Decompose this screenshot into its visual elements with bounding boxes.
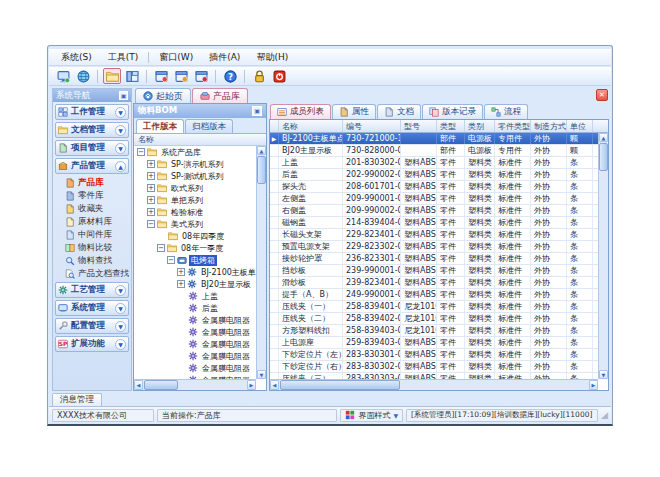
sidebar-item-产品库[interactable]: 产品库 — [55, 176, 129, 189]
tree-node-系统产品库[interactable]: −系统产品库 — [135, 146, 256, 158]
tree-node-后盖[interactable]: 后盖 — [135, 302, 256, 314]
sidebar-group-项目管理[interactable]: 项目管理▼ — [55, 140, 129, 156]
table-row[interactable]: 右侧盖209-990002-01X塑料ABS零件塑料类标准件外协条 — [270, 205, 598, 217]
menu-item-3[interactable]: 窗口(W) — [151, 49, 201, 66]
table-row[interactable]: 方形塑料线扣258-839403-00X尼龙1010零件塑料类标准件外协条 — [270, 325, 598, 337]
ui-style-button[interactable]: 界面样式 ▼ — [340, 409, 403, 422]
table-row[interactable]: 下纱定位片（左）283-830301-00X塑料ABS零件塑料类标准件外协条 — [270, 349, 598, 361]
table-row[interactable]: 压线夹（一）258-839401-00X尼龙1010零件塑料类标准件外协条 — [270, 301, 598, 313]
panel-tab-文档[interactable]: 文档 — [377, 104, 421, 119]
table-row[interactable]: 后盖202-990002-01X塑料ABS零件塑料类标准件外协条 — [270, 169, 598, 181]
collapse-icon[interactable]: − — [157, 244, 165, 252]
bom-panel-menu-button[interactable]: ▣ — [252, 106, 262, 116]
table-row[interactable]: ▶BJ-2100主板单点730-721000-12X部件电源板专用件外协颗 — [270, 133, 598, 145]
tree-node-电烤箱[interactable]: −电烤箱 — [135, 254, 256, 266]
table-row[interactable]: 压线夹（二）258-839402-00X尼龙1010零件塑料类标准件外协条 — [270, 313, 598, 325]
tree-node-金属膜电阻器[interactable]: 金属膜电阻器 — [135, 350, 256, 362]
system-monitor-button[interactable] — [54, 68, 72, 84]
table-horizontal-scrollbar[interactable]: ◀ ▶ — [270, 379, 598, 390]
folder-open-button[interactable] — [103, 68, 121, 84]
tree-node-08年一季度[interactable]: −08年一季度 — [135, 242, 256, 254]
collapse-icon[interactable]: − — [147, 220, 155, 228]
scroll-down-button[interactable]: ▼ — [599, 370, 608, 379]
lock-button[interactable] — [250, 68, 268, 84]
column-header-编号[interactable]: 编号 — [343, 120, 401, 132]
sidebar-item-物料比较[interactable]: 物料比较 — [55, 241, 129, 254]
scroll-thumb[interactable] — [257, 156, 266, 184]
table-row[interactable]: 预置电源支架229-823302-00X塑料ABS零件塑料类标准件外协条 — [270, 241, 598, 253]
menu-item-2[interactable]: 工具(T) — [100, 49, 147, 66]
tree-node-金属膜电阻器[interactable]: 金属膜电阻器 — [135, 362, 256, 374]
expand-icon[interactable]: + — [147, 196, 155, 204]
chevron-up-icon[interactable]: ▲ — [115, 161, 126, 172]
doc-tab-产品库[interactable]: 产品库 — [192, 88, 248, 103]
tree-node-金属膜电阻器[interactable]: 金属膜电阻器 — [135, 326, 256, 338]
scroll-thumb[interactable] — [599, 143, 608, 171]
table-row[interactable]: BJ20主显示板730-828000-04X部件电源板专用件外协颗 — [270, 145, 598, 157]
table-row[interactable]: 提手（A、B）249-990001-01X塑料ABS零件塑料类标准件外协条 — [270, 289, 598, 301]
layout-button[interactable] — [123, 68, 141, 84]
tree-node-08年四季度[interactable]: 08年四季度 — [135, 230, 256, 242]
window-new-button[interactable] — [152, 68, 170, 84]
menu-item-5[interactable]: 帮助(H) — [248, 49, 296, 66]
table-row[interactable]: 左侧盖209-990001-01X塑料ABS零件塑料类标准件外协条 — [270, 193, 598, 205]
expand-icon[interactable]: + — [147, 208, 155, 216]
sidebar-item-原材料库[interactable]: 原材料库 — [55, 215, 129, 228]
column-header-类型[interactable]: 类型 — [437, 120, 465, 132]
sidebar-item-产品文档查找[interactable]: 产品文档查找 — [55, 267, 129, 280]
message-management-tab[interactable]: 消息管理 — [52, 393, 102, 406]
tree-node-单把系列[interactable]: +单把系列 — [135, 194, 256, 206]
panel-tab-属性[interactable]: 属性 — [332, 104, 376, 119]
chevron-down-icon[interactable]: ▼ — [115, 339, 126, 350]
expand-icon[interactable]: + — [147, 184, 155, 192]
sidebar-item-物料查找[interactable]: 物料查找 — [55, 254, 129, 267]
expand-icon[interactable]: + — [147, 160, 155, 168]
scroll-left-button[interactable]: ◀ — [270, 380, 279, 390]
column-header-单位[interactable]: 单位 — [567, 120, 593, 132]
scroll-down-button[interactable]: ▼ — [257, 370, 266, 379]
table-row[interactable]: 探头壳208-601701-01X塑料ABS零件塑料类标准件外协条 — [270, 181, 598, 193]
sidebar-group-扩展功能[interactable]: SP扩展功能▼ — [55, 336, 129, 352]
column-header-型号[interactable]: 型号 — [401, 120, 437, 132]
scroll-thumb[interactable] — [144, 380, 178, 390]
expand-icon[interactable]: + — [147, 172, 155, 180]
window-close-button[interactable] — [192, 68, 210, 84]
tree-node-欧式系列[interactable]: +欧式系列 — [135, 182, 256, 194]
sidebar-item-中间件库[interactable]: 中间件库 — [55, 228, 129, 241]
scroll-thumb[interactable] — [280, 380, 400, 390]
tree-node-SP-演示机系列[interactable]: +SP-演示机系列 — [135, 158, 256, 170]
column-header-制造方式[interactable]: 制造方式 — [531, 120, 567, 132]
table-vertical-scrollbar[interactable]: ▲ ▼ — [598, 133, 608, 379]
table-row[interactable]: 磁钢盖214-839404-01X塑料ABS零件塑料类标准件外协条 — [270, 217, 598, 229]
tree-node-金属膜电阻器[interactable]: 金属膜电阻器 — [135, 338, 256, 350]
chevron-down-icon[interactable]: ▼ — [115, 303, 126, 314]
table-row[interactable]: 上电源座259-839403-00X塑料ABS零件塑料类标准件外协条 — [270, 337, 598, 349]
chevron-down-icon[interactable]: ▼ — [115, 125, 126, 136]
column-header-类别[interactable]: 类别 — [465, 120, 495, 132]
web-button[interactable] — [74, 68, 92, 84]
table-row[interactable]: 接纱轮护罩236-823301-00X塑料ABS零件塑料类标准件外协条 — [270, 253, 598, 265]
tree-node-BJ-2100主板单点[interactable]: +BJ-2100主板单点 — [135, 266, 256, 278]
tree-column-header[interactable]: 名称 — [134, 134, 266, 146]
sidebar-group-工艺管理[interactable]: 工艺管理▼ — [55, 282, 129, 298]
column-header-零件类型[interactable]: 零件类型 — [495, 120, 531, 132]
scroll-left-button[interactable]: ◀ — [134, 380, 143, 390]
sidebar-group-配置管理[interactable]: 配置管理▼ — [55, 318, 129, 334]
sidebar-pin-button[interactable]: ▣ — [119, 91, 128, 100]
menu-item-1[interactable]: 系统(S) — [53, 49, 100, 66]
table-row[interactable]: 长磁头支架229-823401-00X塑料ABS零件塑料类标准件外协条 — [270, 229, 598, 241]
tree-node-美式系列[interactable]: −美式系列 — [135, 218, 256, 230]
help-button[interactable]: ? — [221, 68, 239, 84]
scroll-up-button[interactable]: ▲ — [599, 133, 608, 142]
collapse-icon[interactable]: − — [137, 148, 145, 156]
tree-node-BJ20主显示板[interactable]: +BJ20主显示板 — [135, 278, 256, 290]
sidebar-group-产品管理[interactable]: 产品管理▲ — [55, 158, 129, 174]
tree-node-金属膜电阻器[interactable]: 金属膜电阻器 — [135, 314, 256, 326]
tree-vertical-scrollbar[interactable]: ▲ ▼ — [256, 146, 266, 379]
sidebar-group-系统管理[interactable]: 系统管理▼ — [55, 300, 129, 316]
panel-tab-版本记录[interactable]: 版本记录 — [422, 104, 483, 119]
chevron-down-icon[interactable]: ▼ — [115, 321, 126, 332]
sidebar-item-零件库[interactable]: 零件库 — [55, 189, 129, 202]
tree-node-SP-测试机系列[interactable]: +SP-测试机系列 — [135, 170, 256, 182]
exit-button[interactable] — [270, 68, 288, 84]
